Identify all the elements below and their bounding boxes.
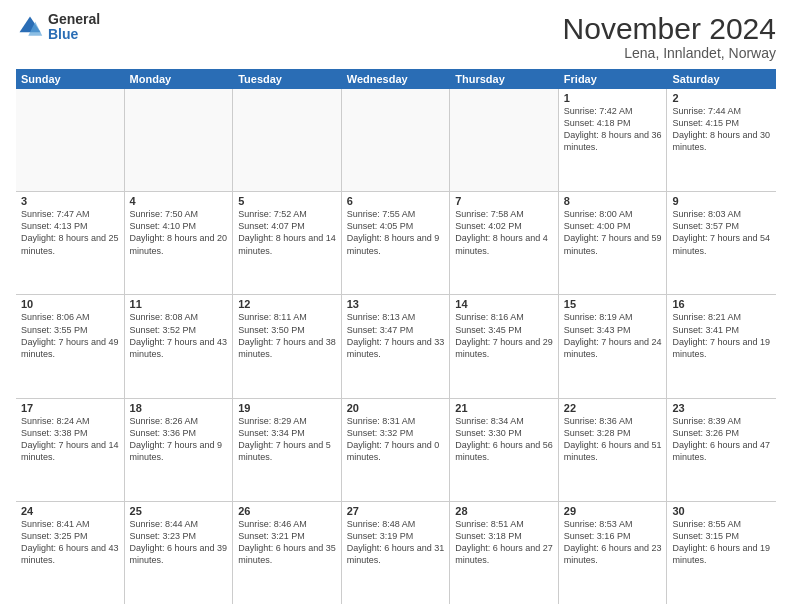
day-detail: Sunrise: 8:11 AM Sunset: 3:50 PM Dayligh… (238, 311, 336, 360)
day-number: 25 (130, 505, 228, 517)
day-number: 17 (21, 402, 119, 414)
cal-cell-r2-c2: 12Sunrise: 8:11 AM Sunset: 3:50 PM Dayli… (233, 295, 342, 397)
day-detail: Sunrise: 7:47 AM Sunset: 4:13 PM Dayligh… (21, 208, 119, 257)
cal-row-3: 17Sunrise: 8:24 AM Sunset: 3:38 PM Dayli… (16, 399, 776, 502)
day-number: 6 (347, 195, 445, 207)
day-number: 1 (564, 92, 662, 104)
day-detail: Sunrise: 8:36 AM Sunset: 3:28 PM Dayligh… (564, 415, 662, 464)
day-number: 9 (672, 195, 771, 207)
main-title: November 2024 (563, 12, 776, 45)
header-tuesday: Tuesday (233, 69, 342, 89)
cal-cell-r2-c3: 13Sunrise: 8:13 AM Sunset: 3:47 PM Dayli… (342, 295, 451, 397)
cal-cell-r3-c3: 20Sunrise: 8:31 AM Sunset: 3:32 PM Dayli… (342, 399, 451, 501)
day-detail: Sunrise: 8:08 AM Sunset: 3:52 PM Dayligh… (130, 311, 228, 360)
day-number: 10 (21, 298, 119, 310)
cal-row-1: 3Sunrise: 7:47 AM Sunset: 4:13 PM Daylig… (16, 192, 776, 295)
cal-cell-r2-c5: 15Sunrise: 8:19 AM Sunset: 3:43 PM Dayli… (559, 295, 668, 397)
header-wednesday: Wednesday (342, 69, 451, 89)
day-number: 19 (238, 402, 336, 414)
cal-cell-r0-c1 (125, 89, 234, 191)
day-detail: Sunrise: 8:06 AM Sunset: 3:55 PM Dayligh… (21, 311, 119, 360)
subtitle: Lena, Innlandet, Norway (563, 45, 776, 61)
day-detail: Sunrise: 8:03 AM Sunset: 3:57 PM Dayligh… (672, 208, 771, 257)
day-number: 2 (672, 92, 771, 104)
day-detail: Sunrise: 7:42 AM Sunset: 4:18 PM Dayligh… (564, 105, 662, 154)
header-monday: Monday (125, 69, 234, 89)
cal-cell-r4-c6: 30Sunrise: 8:55 AM Sunset: 3:15 PM Dayli… (667, 502, 776, 604)
cal-cell-r2-c0: 10Sunrise: 8:06 AM Sunset: 3:55 PM Dayli… (16, 295, 125, 397)
logo-general-label: General (48, 12, 100, 27)
day-detail: Sunrise: 8:48 AM Sunset: 3:19 PM Dayligh… (347, 518, 445, 567)
day-number: 20 (347, 402, 445, 414)
calendar-body: 1Sunrise: 7:42 AM Sunset: 4:18 PM Daylig… (16, 89, 776, 604)
day-detail: Sunrise: 8:41 AM Sunset: 3:25 PM Dayligh… (21, 518, 119, 567)
cal-cell-r3-c0: 17Sunrise: 8:24 AM Sunset: 3:38 PM Dayli… (16, 399, 125, 501)
day-number: 26 (238, 505, 336, 517)
day-detail: Sunrise: 8:46 AM Sunset: 3:21 PM Dayligh… (238, 518, 336, 567)
cal-cell-r0-c0 (16, 89, 125, 191)
day-number: 13 (347, 298, 445, 310)
cal-cell-r1-c0: 3Sunrise: 7:47 AM Sunset: 4:13 PM Daylig… (16, 192, 125, 294)
logo-blue-label: Blue (48, 27, 100, 42)
cal-cell-r0-c4 (450, 89, 559, 191)
day-detail: Sunrise: 8:31 AM Sunset: 3:32 PM Dayligh… (347, 415, 445, 464)
day-number: 11 (130, 298, 228, 310)
cal-cell-r4-c3: 27Sunrise: 8:48 AM Sunset: 3:19 PM Dayli… (342, 502, 451, 604)
day-detail: Sunrise: 8:44 AM Sunset: 3:23 PM Dayligh… (130, 518, 228, 567)
day-number: 30 (672, 505, 771, 517)
day-number: 15 (564, 298, 662, 310)
calendar-header: Sunday Monday Tuesday Wednesday Thursday… (16, 69, 776, 89)
day-number: 21 (455, 402, 553, 414)
day-number: 4 (130, 195, 228, 207)
cal-cell-r3-c6: 23Sunrise: 8:39 AM Sunset: 3:26 PM Dayli… (667, 399, 776, 501)
cal-cell-r4-c5: 29Sunrise: 8:53 AM Sunset: 3:16 PM Dayli… (559, 502, 668, 604)
day-number: 12 (238, 298, 336, 310)
day-detail: Sunrise: 7:55 AM Sunset: 4:05 PM Dayligh… (347, 208, 445, 257)
header: General Blue November 2024 Lena, Innland… (16, 12, 776, 61)
day-detail: Sunrise: 8:53 AM Sunset: 3:16 PM Dayligh… (564, 518, 662, 567)
cal-cell-r3-c5: 22Sunrise: 8:36 AM Sunset: 3:28 PM Dayli… (559, 399, 668, 501)
logo-text: General Blue (48, 12, 100, 43)
day-number: 24 (21, 505, 119, 517)
cal-cell-r3-c2: 19Sunrise: 8:29 AM Sunset: 3:34 PM Dayli… (233, 399, 342, 501)
cal-cell-r1-c4: 7Sunrise: 7:58 AM Sunset: 4:02 PM Daylig… (450, 192, 559, 294)
cal-cell-r0-c2 (233, 89, 342, 191)
cal-cell-r0-c5: 1Sunrise: 7:42 AM Sunset: 4:18 PM Daylig… (559, 89, 668, 191)
logo: General Blue (16, 12, 100, 43)
cal-cell-r1-c3: 6Sunrise: 7:55 AM Sunset: 4:05 PM Daylig… (342, 192, 451, 294)
day-detail: Sunrise: 8:55 AM Sunset: 3:15 PM Dayligh… (672, 518, 771, 567)
day-detail: Sunrise: 8:16 AM Sunset: 3:45 PM Dayligh… (455, 311, 553, 360)
logo-icon (16, 13, 44, 41)
page: General Blue November 2024 Lena, Innland… (0, 0, 792, 612)
header-thursday: Thursday (450, 69, 559, 89)
day-number: 16 (672, 298, 771, 310)
day-detail: Sunrise: 8:19 AM Sunset: 3:43 PM Dayligh… (564, 311, 662, 360)
day-detail: Sunrise: 8:34 AM Sunset: 3:30 PM Dayligh… (455, 415, 553, 464)
calendar: Sunday Monday Tuesday Wednesday Thursday… (16, 69, 776, 604)
day-number: 8 (564, 195, 662, 207)
header-friday: Friday (559, 69, 668, 89)
day-number: 7 (455, 195, 553, 207)
cal-cell-r4-c0: 24Sunrise: 8:41 AM Sunset: 3:25 PM Dayli… (16, 502, 125, 604)
day-number: 29 (564, 505, 662, 517)
cal-cell-r2-c6: 16Sunrise: 8:21 AM Sunset: 3:41 PM Dayli… (667, 295, 776, 397)
day-detail: Sunrise: 8:13 AM Sunset: 3:47 PM Dayligh… (347, 311, 445, 360)
cal-cell-r3-c1: 18Sunrise: 8:26 AM Sunset: 3:36 PM Dayli… (125, 399, 234, 501)
cal-row-4: 24Sunrise: 8:41 AM Sunset: 3:25 PM Dayli… (16, 502, 776, 604)
day-detail: Sunrise: 8:26 AM Sunset: 3:36 PM Dayligh… (130, 415, 228, 464)
cal-row-2: 10Sunrise: 8:06 AM Sunset: 3:55 PM Dayli… (16, 295, 776, 398)
cal-cell-r0-c6: 2Sunrise: 7:44 AM Sunset: 4:15 PM Daylig… (667, 89, 776, 191)
header-saturday: Saturday (667, 69, 776, 89)
cal-cell-r1-c6: 9Sunrise: 8:03 AM Sunset: 3:57 PM Daylig… (667, 192, 776, 294)
cal-cell-r1-c2: 5Sunrise: 7:52 AM Sunset: 4:07 PM Daylig… (233, 192, 342, 294)
day-number: 28 (455, 505, 553, 517)
day-number: 27 (347, 505, 445, 517)
day-number: 22 (564, 402, 662, 414)
cal-cell-r2-c1: 11Sunrise: 8:08 AM Sunset: 3:52 PM Dayli… (125, 295, 234, 397)
day-number: 14 (455, 298, 553, 310)
title-block: November 2024 Lena, Innlandet, Norway (563, 12, 776, 61)
cal-cell-r0-c3 (342, 89, 451, 191)
cal-cell-r4-c2: 26Sunrise: 8:46 AM Sunset: 3:21 PM Dayli… (233, 502, 342, 604)
day-detail: Sunrise: 8:51 AM Sunset: 3:18 PM Dayligh… (455, 518, 553, 567)
day-number: 3 (21, 195, 119, 207)
